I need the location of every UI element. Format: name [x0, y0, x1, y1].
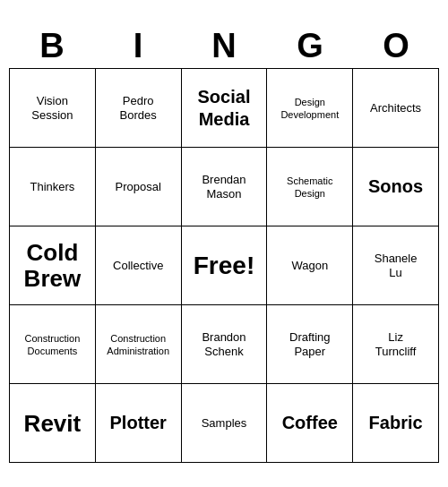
bingo-cell: Free!: [182, 226, 268, 305]
bingo-cell: VisionSession: [10, 69, 96, 148]
bingo-cell: Sonos: [353, 148, 439, 226]
bingo-cell-text: Architects: [370, 101, 421, 115]
bingo-cell-text: Samples: [202, 416, 247, 431]
bingo-cell-text: BrandonSchenk: [202, 330, 246, 360]
bingo-cell: BrendanMason: [182, 148, 268, 226]
bingo-cell-text: Coffee: [282, 412, 338, 434]
bingo-cell-text: LizTurncliff: [375, 330, 417, 360]
bingo-cell: SchematicDesign: [267, 148, 353, 226]
bingo-cell: Wagon: [267, 226, 353, 305]
bingo-cell-text: DesignDevelopment: [280, 96, 339, 122]
bingo-cell: Architects: [353, 69, 439, 148]
bingo-cell-text: Plotter: [110, 412, 167, 434]
bingo-cell: DraftingPaper: [267, 305, 353, 384]
bingo-cell: ConstructionAdministration: [96, 305, 182, 384]
bingo-cell: Coffee: [267, 384, 353, 463]
bingo-letter: N: [181, 24, 267, 69]
bingo-cell-text: PedroBordes: [120, 94, 157, 124]
bingo-letter: O: [353, 24, 439, 69]
bingo-letter: I: [95, 24, 181, 69]
bingo-cell-text: ConstructionDocuments: [25, 332, 81, 358]
bingo-cell: DesignDevelopment: [267, 69, 353, 148]
bingo-cell-text: Fabric: [369, 412, 423, 434]
bingo-cell: Revit: [10, 384, 96, 463]
bingo-cell: LizTurncliff: [353, 305, 439, 384]
bingo-header: BINGO: [9, 24, 439, 69]
bingo-cell-text: Wagon: [291, 259, 328, 273]
bingo-cell-text: Sonos: [368, 175, 423, 198]
bingo-cell: Samples: [182, 384, 268, 463]
bingo-cell-text: ConstructionAdministration: [107, 332, 169, 358]
bingo-cell: Fabric: [353, 384, 439, 463]
bingo-letter: G: [267, 24, 353, 69]
bingo-cell: Plotter: [96, 384, 182, 463]
bingo-cell: Proposal: [96, 148, 182, 226]
bingo-cell-text: DraftingPaper: [289, 330, 331, 360]
bingo-cell-text: Thinkers: [30, 180, 74, 194]
bingo-cell-text: ShaneleLu: [375, 252, 418, 281]
bingo-grid: VisionSessionPedroBordesSocialMediaDesig…: [9, 68, 439, 463]
bingo-cell-text: Proposal: [116, 180, 161, 194]
bingo-cell-text: ColdBrew: [24, 240, 82, 291]
bingo-cell: Collective: [96, 226, 182, 305]
bingo-cell-text: SchematicDesign: [287, 175, 332, 201]
bingo-cell-text: Free!: [194, 250, 254, 281]
bingo-cell: ColdBrew: [10, 226, 96, 305]
bingo-cell-text: Revit: [24, 411, 82, 437]
bingo-cell: Thinkers: [10, 148, 96, 226]
bingo-cell: SocialMedia: [182, 69, 268, 148]
bingo-cell-text: VisionSession: [31, 94, 73, 124]
bingo-cell-text: Collective: [113, 259, 163, 273]
bingo-letter: B: [9, 24, 95, 69]
bingo-card: BINGO VisionSessionPedroBordesSocialMedi…: [9, 24, 439, 464]
bingo-cell: ConstructionDocuments: [10, 305, 96, 384]
bingo-cell-text: SocialMedia: [198, 86, 251, 131]
bingo-cell: PedroBordes: [96, 69, 182, 148]
bingo-cell: BrandonSchenk: [182, 305, 268, 384]
bingo-cell: ShaneleLu: [353, 226, 439, 305]
bingo-cell-text: BrendanMason: [202, 173, 246, 202]
